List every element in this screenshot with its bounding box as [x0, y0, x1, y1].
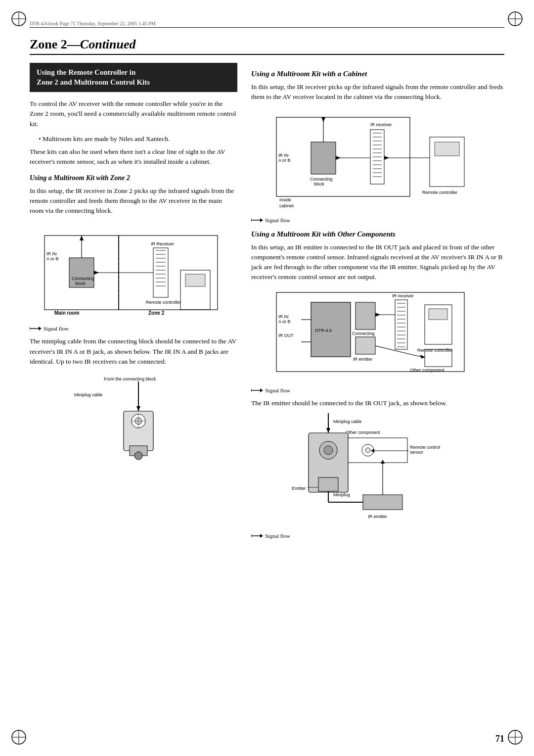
svg-text:sensor: sensor: [410, 450, 423, 455]
miniplug-diagram-svg: From the connecting block Miniplug cable: [64, 372, 203, 471]
svg-rect-58: [311, 142, 336, 174]
svg-marker-42: [39, 327, 42, 331]
svg-text:IR receiver: IR receiver: [392, 293, 414, 298]
svg-rect-82: [435, 142, 459, 156]
svg-text:Connecting: Connecting: [352, 331, 375, 336]
svg-text:Connecting: Connecting: [72, 276, 94, 281]
svg-rect-142: [318, 477, 338, 491]
svg-rect-115: [429, 309, 447, 320]
svg-text:block: block: [75, 281, 86, 286]
svg-text:DTR-4.6: DTR-4.6: [315, 328, 332, 333]
subsection2-title: Using a Multiroom Kit with a Cabinet: [251, 70, 504, 78]
svg-marker-126: [260, 388, 263, 392]
svg-point-54: [134, 452, 142, 460]
signal-flow-text-4: Signal flow: [265, 533, 290, 539]
zone2-diagram: IR IN A or B Connecting block: [30, 221, 237, 331]
svg-text:IR emitter: IR emitter: [368, 514, 387, 519]
svg-text:Remote controller: Remote controller: [146, 300, 181, 305]
svg-marker-129: [326, 428, 330, 433]
emitter-diagram: Miniplug cable Other component Remote co…: [251, 413, 504, 539]
svg-text:IR receiver: IR receiver: [370, 122, 392, 127]
header-text: DTR-4.6.book Page 71 Thursday, September…: [30, 21, 156, 26]
signal-flow-icon-4: [251, 533, 263, 539]
section-box-line1: Using the Remote Controller in: [37, 68, 230, 78]
svg-marker-87: [260, 218, 263, 222]
other-components-svg: IR IN A or B IR OUT DTR-4.6 Connecting b…: [271, 287, 484, 386]
svg-text:Miniplug: Miniplug: [333, 492, 350, 497]
svg-text:Connecting: Connecting: [310, 177, 333, 182]
right-column: Using a Multiroom Kit with a Cabinet In …: [251, 63, 504, 539]
page-title-italic: —Continued: [67, 37, 136, 51]
emitter-diagram-svg: Miniplug cable Other component Remote co…: [284, 413, 472, 532]
intro-text: To control the AV receiver with the remo…: [30, 99, 237, 129]
svg-text:IR Receiver: IR Receiver: [151, 241, 174, 246]
svg-marker-85: [384, 156, 389, 160]
svg-text:Remote controller: Remote controller: [422, 190, 457, 195]
signal-flow-label-3: Signal flow: [251, 387, 504, 393]
zone2-diagram-svg: IR IN A or B Connecting block: [40, 221, 227, 325]
main-content: Zone 2—Continued Using the Remote Contro…: [30, 37, 504, 726]
section-box-line2: Zone 2 and Multiroom Control Kits: [37, 78, 230, 88]
svg-text:Other component: Other component: [346, 430, 380, 435]
svg-text:Emitter: Emitter: [292, 486, 306, 491]
signal-flow-text-1: Signal flow: [44, 326, 69, 331]
svg-text:IR IN: IR IN: [46, 251, 57, 256]
svg-text:IR IN: IR IN: [278, 314, 289, 319]
svg-marker-78: [336, 156, 341, 160]
left-column: Using the Remote Controller in Zone 2 an…: [30, 63, 237, 539]
signal-flow-icon-3: [251, 387, 263, 393]
signal-flow-text-2: Signal flow: [265, 217, 290, 223]
svg-text:Remote controller: Remote controller: [417, 348, 452, 353]
two-column-layout: Using the Remote Controller in Zone 2 an…: [30, 63, 504, 539]
svg-rect-95: [356, 302, 375, 330]
svg-text:Remote control: Remote control: [410, 445, 440, 450]
section-box: Using the Remote Controller in Zone 2 an…: [30, 63, 237, 92]
svg-rect-21: [153, 248, 168, 297]
corner-mark-tr: [505, 9, 525, 29]
svg-text:A or B: A or B: [46, 256, 59, 261]
page-title-bold: Zone 2: [30, 37, 67, 51]
signal-flow-icon-1: [30, 326, 42, 331]
svg-marker-47: [136, 406, 140, 411]
page-title: Zone 2—Continued: [30, 37, 504, 55]
corner-mark-br: [505, 727, 525, 747]
cabinet-diagram: IR IN A or B Connecting block: [251, 107, 504, 223]
corner-mark-tl: [9, 9, 29, 29]
svg-text:Inside: Inside: [279, 197, 291, 202]
svg-marker-20: [80, 236, 84, 240]
svg-rect-98: [356, 337, 375, 354]
svg-marker-34: [94, 271, 99, 275]
other-components-diagram: IR IN A or B IR OUT DTR-4.6 Connecting b…: [251, 287, 504, 393]
signal-flow-text-3: Signal flow: [265, 387, 290, 393]
header-strip: DTR-4.6.book Page 71 Thursday, September…: [30, 21, 504, 28]
subsection2-body: In this setup, the IR receiver picks up …: [251, 82, 504, 102]
svg-marker-153: [260, 534, 263, 538]
svg-marker-151: [381, 460, 385, 464]
svg-point-141: [324, 446, 333, 455]
signal-flow-label-1: Signal flow: [30, 326, 237, 331]
signal-flow-label-4: Signal flow: [251, 533, 504, 539]
miniplug-text: The miniplug cable from the connecting b…: [30, 336, 237, 367]
subsection1-body: In this setup, the IR receiver in Zone 2…: [30, 186, 237, 216]
subsection3-title: Using a Multiroom Kit with Other Compone…: [251, 230, 504, 238]
subsection1-title: Using a Multiroom Kit with Zone 2: [30, 174, 237, 182]
signal-flow-icon-2: [251, 217, 263, 223]
svg-text:IR OUT: IR OUT: [278, 333, 294, 338]
svg-text:Miniplug cable: Miniplug cable: [333, 419, 362, 424]
svg-text:cabinet: cabinet: [279, 203, 294, 208]
corner-mark-bl: [9, 727, 29, 747]
svg-text:Other component: Other component: [410, 368, 445, 373]
extra-text: These kits can also be used when there i…: [30, 147, 237, 167]
miniplug-diagram: From the connecting block Miniplug cable: [30, 372, 237, 471]
cabinet-diagram-svg: IR IN A or B Connecting block: [271, 107, 484, 216]
svg-text:Miniplug cable: Miniplug cable: [74, 392, 103, 397]
emitter-text: The IR emitter should be connected to th…: [251, 398, 504, 408]
svg-rect-37: [185, 274, 205, 286]
svg-rect-131: [343, 438, 407, 463]
page: DTR-4.6.book Page 71 Thursday, September…: [0, 0, 534, 756]
svg-marker-120: [375, 313, 380, 317]
svg-text:Zone 2: Zone 2: [148, 310, 165, 316]
subsection3-body: In this setup, an IR emitter is connecte…: [251, 242, 504, 283]
svg-rect-55: [276, 117, 410, 196]
svg-text:block: block: [314, 182, 325, 187]
